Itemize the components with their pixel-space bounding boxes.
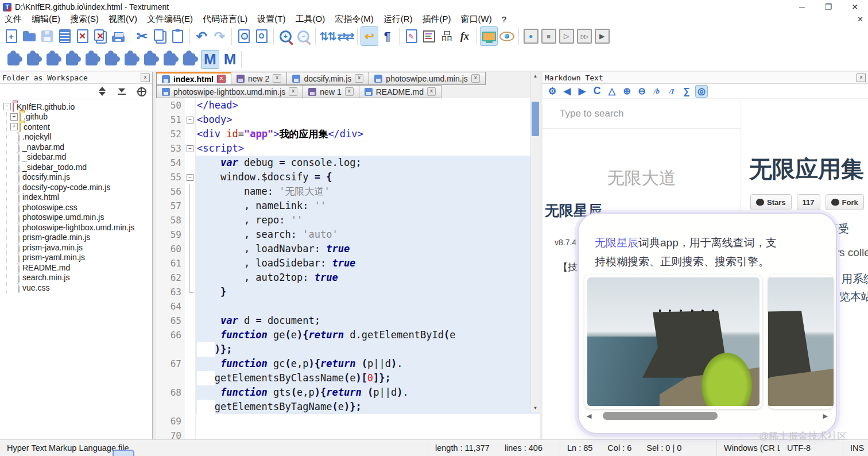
fold-collapse-icon[interactable]: − bbox=[187, 174, 193, 181]
minimize-button[interactable]: ─ bbox=[789, 0, 815, 14]
menu-item-6[interactable]: 设置(T) bbox=[257, 14, 285, 25]
close-button[interactable]: ✕ bbox=[842, 0, 868, 14]
tab-README-md[interactable]: README.mdx bbox=[359, 85, 441, 98]
word-wrap-icon[interactable]: ↩ bbox=[361, 26, 378, 46]
tree-file[interactable]: prism-java.min.js bbox=[10, 242, 152, 253]
tab-close-icon[interactable]: x bbox=[273, 74, 281, 83]
paste-icon[interactable] bbox=[169, 26, 187, 46]
undo-icon[interactable]: ↶ bbox=[193, 26, 211, 46]
zoom-out-icon[interactable]: − bbox=[294, 26, 312, 46]
code-editor[interactable]: 50</head>51−<body>52<div id="app">我的应用集<… bbox=[156, 98, 540, 439]
tree-file[interactable]: search.min.js bbox=[10, 273, 152, 283]
menu-item-7[interactable]: 工具(O) bbox=[296, 14, 326, 25]
plugin-m-button-1[interactable]: M bbox=[201, 50, 219, 69]
function-list-icon[interactable]: 品 bbox=[438, 26, 456, 46]
settings-gear-icon[interactable]: ⚙ bbox=[546, 85, 559, 98]
editor-vertical-scrollbar[interactable]: ▲ ▼ bbox=[530, 72, 540, 412]
tab-new-2[interactable]: new 2x bbox=[231, 72, 287, 85]
tree-file[interactable]: _navbar.md bbox=[10, 142, 152, 152]
gallery-scroll-track[interactable] bbox=[595, 412, 819, 420]
gallery-image-2[interactable] bbox=[768, 275, 834, 409]
tree-file[interactable]: prism-yaml.min.js bbox=[10, 253, 152, 263]
menu-item-3[interactable]: 视图(V) bbox=[108, 14, 137, 25]
tab-close-icon[interactable]: x bbox=[355, 74, 363, 83]
zoom-out-icon[interactable]: ⊖ bbox=[636, 85, 648, 98]
expand-icon[interactable]: − bbox=[3, 103, 11, 110]
app-link[interactable]: 无限星辰 bbox=[595, 237, 638, 249]
locate-file-icon[interactable] bbox=[136, 86, 146, 96]
collapse-all-icon[interactable] bbox=[117, 86, 127, 96]
fold-margin[interactable]: − bbox=[185, 113, 196, 127]
console-icon[interactable]: ∑ bbox=[680, 85, 693, 98]
gallery-image-1[interactable] bbox=[584, 275, 762, 409]
workspace-close-icon[interactable]: x bbox=[141, 74, 150, 82]
plugin-puzzle-icon-7[interactable] bbox=[125, 53, 137, 65]
plugin-puzzle-icon-1[interactable] bbox=[7, 53, 20, 65]
menu-item-11[interactable]: 窗口(W) bbox=[461, 14, 492, 25]
function-completion-icon[interactable]: fx bbox=[456, 26, 474, 46]
tab-photoswipe-lightbox-umd-min-js[interactable]: photoswipe-lightbox.umd.min.jsx bbox=[156, 85, 303, 98]
plugin-puzzle-icon-6[interactable] bbox=[105, 53, 117, 65]
tab-new-1[interactable]: new 1x bbox=[303, 85, 359, 98]
nav-forward-icon[interactable]: ▶ bbox=[576, 85, 588, 98]
macro-run-multiple-icon[interactable]: ▷▷ bbox=[575, 26, 593, 46]
open-folder-icon[interactable] bbox=[20, 26, 38, 46]
zoom-in-icon[interactable]: ⊕ bbox=[621, 85, 633, 98]
refresh-icon[interactable]: C bbox=[591, 85, 603, 98]
tree-file[interactable]: .nojekyll bbox=[10, 132, 152, 142]
locate-sync-icon[interactable]: ◎ bbox=[695, 85, 708, 98]
macro-play-icon[interactable]: ▷ bbox=[557, 26, 575, 46]
tree-file[interactable]: index.html bbox=[10, 192, 152, 203]
gallery-scrollbar[interactable]: ◀ ▶ bbox=[587, 411, 828, 420]
tab-docsify-min-js[interactable]: docsify.min.jsx bbox=[287, 72, 369, 85]
plugin-m-button-2[interactable]: M bbox=[222, 51, 239, 68]
italic-preview-icon[interactable]: /I bbox=[665, 85, 678, 98]
plugin-puzzle-icon-2[interactable] bbox=[27, 53, 39, 65]
tab-close-icon[interactable]: x bbox=[471, 74, 480, 83]
tab-index-html[interactable]: index.htmlx bbox=[156, 72, 231, 85]
tree-file[interactable]: README.md bbox=[10, 262, 152, 273]
tree-file[interactable]: photoswipe-lightbox.umd.min.js bbox=[10, 222, 152, 233]
menu-item-5[interactable]: 代码语言(L) bbox=[203, 14, 247, 25]
scroll-down-icon[interactable]: ▼ bbox=[531, 404, 540, 412]
print-icon[interactable] bbox=[109, 26, 127, 46]
plugin-puzzle-icon-5[interactable] bbox=[86, 53, 98, 65]
tree-folder[interactable]: +content bbox=[10, 122, 152, 132]
tab-photoswipe-umd-min-js[interactable]: photoswipe.umd.min.jsx bbox=[369, 72, 485, 85]
replace-icon[interactable]: O bbox=[253, 26, 270, 46]
menu-item-0[interactable]: 文件 bbox=[5, 14, 22, 25]
new-file-icon[interactable]: + bbox=[2, 26, 20, 46]
menu-item-8[interactable]: 宏指令(M) bbox=[335, 14, 374, 25]
tree-file[interactable]: _sidebar_todo.md bbox=[10, 162, 152, 172]
menu-item-1[interactable]: 编辑(E) bbox=[32, 14, 60, 25]
tree-file[interactable]: vue.css bbox=[10, 283, 152, 293]
tab-close-icon[interactable]: x bbox=[217, 75, 226, 83]
nav-back-icon[interactable]: ◀ bbox=[561, 85, 574, 98]
macro-save-icon[interactable]: ▶ bbox=[593, 26, 611, 46]
expand-icon[interactable]: + bbox=[10, 123, 18, 130]
sync-scroll-horizontal-icon[interactable]: ⇄⇄ bbox=[336, 26, 354, 46]
github-badge-stars[interactable]: Stars bbox=[750, 194, 792, 210]
monitor-icon[interactable] bbox=[480, 26, 498, 46]
menu-item-2[interactable]: 搜索(S) bbox=[70, 14, 99, 25]
tree-root[interactable]: −KnIfER.github.io bbox=[3, 102, 152, 112]
markdown-close-icon[interactable]: x bbox=[857, 74, 866, 82]
plugin-puzzle-icon-9[interactable] bbox=[164, 53, 176, 65]
save-icon[interactable] bbox=[38, 26, 56, 46]
search-input[interactable] bbox=[542, 99, 741, 129]
gallery-scroll-thumb[interactable] bbox=[603, 412, 718, 420]
zoom-in-icon[interactable]: + bbox=[277, 26, 294, 46]
sort-icon[interactable] bbox=[97, 86, 107, 96]
cut-icon[interactable]: ✂ bbox=[133, 26, 151, 46]
fold-collapse-icon[interactable]: − bbox=[187, 145, 193, 152]
tab-close-icon[interactable]: x bbox=[427, 87, 436, 96]
github-badge-117[interactable]: 117 bbox=[797, 194, 820, 210]
plugin-puzzle-icon-10[interactable] bbox=[183, 53, 195, 65]
find-icon[interactable] bbox=[235, 26, 253, 46]
expand-icon[interactable]: + bbox=[10, 113, 18, 121]
tree-file[interactable]: photoswipe.css bbox=[10, 202, 152, 212]
document-close-icon[interactable]: ✕ bbox=[857, 15, 863, 24]
menu-item-12[interactable]: ? bbox=[502, 14, 506, 24]
menu-item-4[interactable]: 文件编码(E) bbox=[147, 14, 193, 25]
scrollbar-thumb[interactable] bbox=[532, 102, 539, 136]
